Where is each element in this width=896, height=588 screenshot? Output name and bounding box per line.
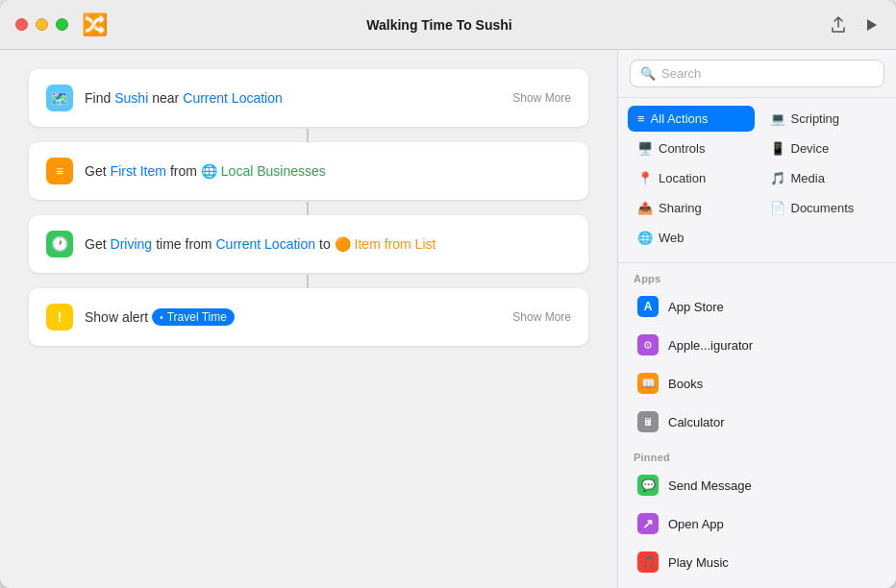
share-button[interactable] — [829, 15, 848, 35]
cat-location-label: Location — [659, 171, 706, 185]
controls-icon: 🖥️ — [637, 141, 653, 156]
show-more-1[interactable]: Show More — [512, 91, 571, 105]
media-icon: 🎵 — [770, 171, 785, 185]
step-show-alert[interactable]: ! Show alert Travel Time Show More — [29, 288, 588, 346]
step-word-near: near — [152, 90, 179, 106]
cat-controls-label: Controls — [659, 141, 705, 156]
all-actions-icon: ≡ — [637, 111, 645, 126]
step-word-current-location-1[interactable]: Current Location — [183, 90, 283, 106]
main-content: 🗺️ Find Sushi near Current Location Show… — [0, 50, 896, 588]
send-message-label: Send Message — [668, 478, 752, 493]
app-window: 🔀 Walking Time To Sushi 🗺️ Find — [0, 0, 896, 588]
open-app-label: Open App — [668, 517, 724, 531]
step-icon-find-sushi: 🗺️ — [46, 85, 73, 111]
cat-documents-label: Documents — [791, 201, 855, 215]
web-icon: 🌐 — [637, 231, 653, 245]
app-store-icon: A — [637, 296, 659, 317]
step-get-first-item[interactable]: ≡ Get First Item from 🌐 Local Businesses — [29, 142, 588, 200]
sidebar-scroll: Apps A App Store ⚙ Apple...igurator 📖 Bo… — [618, 263, 896, 588]
connector-3 — [307, 275, 309, 288]
step-find-sushi[interactable]: 🗺️ Find Sushi near Current Location Show… — [29, 69, 588, 127]
cat-documents[interactable]: 📄 Documents — [760, 195, 887, 221]
step-icon-get-item: ≡ — [46, 158, 73, 184]
step-word-get: Get — [85, 163, 107, 179]
cat-device[interactable]: 📱 Device — [760, 135, 887, 161]
cat-web[interactable]: 🌐 Web — [628, 225, 752, 251]
search-input[interactable] — [661, 66, 874, 81]
step-word-first-item[interactable]: First Item — [111, 163, 166, 179]
send-message-icon: 💬 — [637, 475, 659, 496]
calculator-icon: 🖩 — [637, 411, 659, 432]
sidebar-item-play-music[interactable]: 🎵 Play Music — [628, 544, 886, 580]
scripting-icon: 💻 — [770, 111, 785, 126]
play-music-label: Play Music — [668, 555, 729, 570]
step-icon-alert: ! — [46, 304, 73, 331]
books-label: Books — [668, 377, 703, 391]
search-wrapper: 🔍 — [630, 60, 884, 87]
categories-panel: ≡ All Actions 💻 Scripting 🖥️ Controls 📱 — [618, 98, 896, 263]
sidebar-item-calculator[interactable]: 🖩 Calculator — [628, 404, 886, 440]
sidebar: 🔍 ≡ All Actions 💻 Scripting — [617, 50, 896, 588]
cat-row-1: ≡ All Actions 💻 Scripting — [628, 106, 886, 132]
calculator-label: Calculator — [668, 415, 725, 429]
sidebar-item-send-message[interactable]: 💬 Send Message — [628, 467, 886, 503]
cat-all-actions[interactable]: ≡ All Actions — [628, 106, 755, 132]
documents-icon: 📄 — [770, 201, 785, 215]
cat-row-4: 📤 Sharing 📄 Documents — [628, 195, 886, 221]
step-get-driving-time[interactable]: 🕐 Get Driving time from Current Location… — [29, 215, 588, 273]
step-word-driving[interactable]: Driving — [111, 236, 153, 252]
step-word-show-alert: Show alert — [85, 309, 148, 325]
cat-sharing-label: Sharing — [659, 201, 702, 215]
sidebar-item-apple-configurator[interactable]: ⚙ Apple...igurator — [628, 327, 886, 363]
sidebar-item-open-app[interactable]: ↗ Open App — [628, 505, 886, 542]
cat-media[interactable]: 🎵 Media — [760, 165, 887, 191]
cat-controls[interactable]: 🖥️ Controls — [628, 135, 755, 161]
close-button[interactable] — [15, 18, 28, 31]
window-title: Walking Time To Sushi — [50, 17, 829, 33]
cat-media-label: Media — [791, 171, 825, 185]
cat-row-2: 🖥️ Controls 📱 Device — [628, 135, 886, 161]
apple-configurator-label: Apple...igurator — [668, 338, 753, 353]
step-text-alert: Show alert Travel Time — [85, 308, 505, 326]
sidebar-item-app-store[interactable]: A App Store — [628, 288, 886, 325]
sidebar-item-books[interactable]: 📖 Books — [628, 365, 886, 402]
apple-configurator-icon: ⚙ — [637, 334, 659, 355]
location-icon: 📍 — [637, 171, 653, 185]
minimize-button[interactable] — [36, 18, 48, 31]
search-icon: 🔍 — [640, 66, 656, 81]
step-text-driving: Get Driving time from Current Location t… — [85, 236, 571, 252]
step-word-item-from-list[interactable]: 🟠 Item from List — [335, 236, 436, 252]
app-store-label: App Store — [668, 300, 724, 314]
travel-time-badge[interactable]: Travel Time — [152, 308, 235, 326]
step-word-current-location-2[interactable]: Current Location — [216, 236, 316, 252]
step-text-get-item: Get First Item from 🌐 Local Businesses — [85, 163, 571, 179]
step-word-local-businesses[interactable]: 🌐 Local Businesses — [201, 163, 326, 179]
connector-1 — [307, 129, 309, 142]
sharing-icon: 📤 — [637, 201, 653, 215]
connector-2 — [307, 202, 309, 215]
workflow-panel: 🗺️ Find Sushi near Current Location Show… — [0, 50, 617, 588]
step-word-time-from: time from — [156, 236, 212, 252]
section-label-pinned: Pinned — [628, 442, 886, 467]
step-word-to: to — [319, 236, 331, 252]
cat-scripting[interactable]: 💻 Scripting — [760, 106, 887, 132]
device-icon: 📱 — [770, 141, 785, 156]
section-label-scripting: Scripting — [628, 582, 886, 588]
play-music-icon: 🎵 — [637, 551, 659, 573]
step-word-get2: Get — [85, 236, 107, 252]
open-app-icon: ↗ — [637, 513, 659, 534]
svg-marker-0 — [867, 19, 877, 31]
cat-row-3: 📍 Location 🎵 Media — [628, 165, 886, 191]
cat-scripting-label: Scripting — [791, 111, 840, 126]
play-button[interactable] — [861, 15, 881, 35]
cat-all-actions-label: All Actions — [651, 111, 709, 126]
section-label-apps: Apps — [628, 263, 886, 288]
step-word-find: Find — [85, 90, 111, 106]
step-word-sushi[interactable]: Sushi — [114, 90, 148, 106]
cat-location[interactable]: 📍 Location — [628, 165, 755, 191]
cat-sharing[interactable]: 📤 Sharing — [628, 195, 755, 221]
cat-web-label: Web — [659, 231, 684, 245]
step-word-from: from — [170, 163, 197, 179]
show-more-2[interactable]: Show More — [512, 310, 571, 324]
books-icon: 📖 — [637, 373, 659, 394]
